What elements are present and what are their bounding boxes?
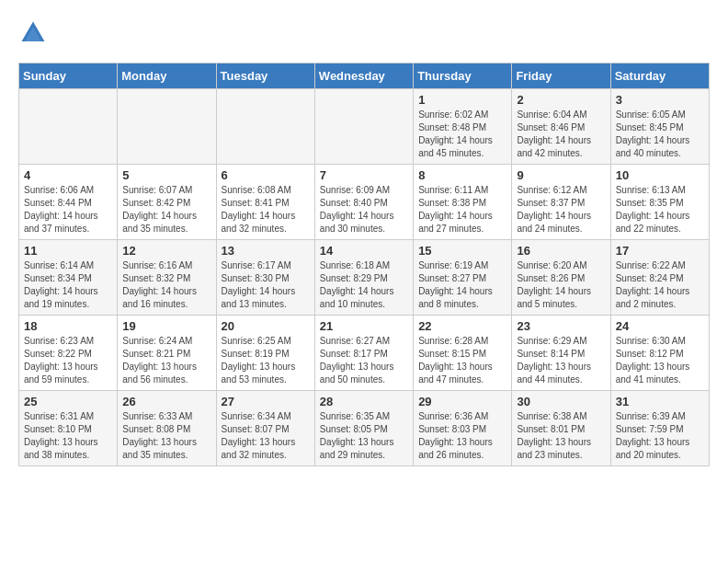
day-info: Sunrise: 6:31 AM Sunset: 8:10 PM Dayligh… [24, 410, 112, 462]
day-number: 16 [517, 244, 605, 258]
day-info: Sunrise: 6:35 AM Sunset: 8:05 PM Dayligh… [320, 410, 408, 462]
week-row-1: 1Sunrise: 6:02 AM Sunset: 8:48 PM Daylig… [19, 89, 710, 165]
day-info: Sunrise: 6:17 AM Sunset: 8:30 PM Dayligh… [222, 259, 310, 311]
day-cell: 25Sunrise: 6:31 AM Sunset: 8:10 PM Dayli… [19, 391, 118, 466]
day-info: Sunrise: 6:11 AM Sunset: 8:38 PM Dayligh… [418, 184, 506, 236]
day-number: 8 [418, 168, 506, 182]
day-info: Sunrise: 6:24 AM Sunset: 8:21 PM Dayligh… [122, 335, 210, 386]
week-row-2: 4Sunrise: 6:06 AM Sunset: 8:44 PM Daylig… [19, 165, 710, 240]
day-number: 23 [517, 319, 605, 333]
day-info: Sunrise: 6:36 AM Sunset: 8:03 PM Dayligh… [418, 410, 506, 462]
day-cell: 5Sunrise: 6:07 AM Sunset: 8:42 PM Daylig… [118, 165, 216, 240]
day-cell: 21Sunrise: 6:27 AM Sunset: 8:17 PM Dayli… [314, 316, 413, 391]
day-cell: 6Sunrise: 6:08 AM Sunset: 8:41 PM Daylig… [216, 165, 314, 240]
day-number: 7 [320, 168, 408, 182]
day-number: 15 [418, 244, 506, 258]
day-info: Sunrise: 6:30 AM Sunset: 8:12 PM Dayligh… [616, 335, 704, 386]
day-number: 25 [24, 395, 112, 408]
day-cell: 31Sunrise: 6:39 AM Sunset: 7:59 PM Dayli… [610, 391, 709, 466]
day-number: 29 [418, 395, 506, 408]
day-number: 13 [222, 244, 310, 258]
week-row-3: 11Sunrise: 6:14 AM Sunset: 8:34 PM Dayli… [19, 240, 710, 316]
day-cell: 4Sunrise: 6:06 AM Sunset: 8:44 PM Daylig… [19, 165, 118, 240]
day-info: Sunrise: 6:34 AM Sunset: 8:07 PM Dayligh… [222, 410, 310, 462]
day-info: Sunrise: 6:14 AM Sunset: 8:34 PM Dayligh… [24, 259, 112, 311]
day-cell: 19Sunrise: 6:24 AM Sunset: 8:21 PM Dayli… [118, 316, 216, 391]
day-cell: 8Sunrise: 6:11 AM Sunset: 8:38 PM Daylig… [414, 165, 512, 240]
day-info: Sunrise: 6:29 AM Sunset: 8:14 PM Dayligh… [517, 335, 605, 386]
day-number: 11 [24, 244, 112, 258]
day-number: 9 [517, 168, 605, 182]
day-cell: 17Sunrise: 6:22 AM Sunset: 8:24 PM Dayli… [610, 240, 709, 316]
day-info: Sunrise: 6:20 AM Sunset: 8:26 PM Dayligh… [517, 259, 605, 311]
header-cell-wednesday: Wednesday [314, 63, 413, 89]
day-number: 6 [222, 168, 310, 182]
day-info: Sunrise: 6:27 AM Sunset: 8:17 PM Dayligh… [320, 335, 408, 386]
day-info: Sunrise: 6:12 AM Sunset: 8:37 PM Dayligh… [517, 184, 605, 236]
day-number: 3 [616, 93, 704, 107]
day-info: Sunrise: 6:19 AM Sunset: 8:27 PM Dayligh… [418, 259, 506, 311]
day-number: 18 [24, 319, 112, 333]
header-cell-sunday: Sunday [19, 63, 118, 89]
day-info: Sunrise: 6:04 AM Sunset: 8:46 PM Dayligh… [517, 109, 605, 160]
week-row-5: 25Sunrise: 6:31 AM Sunset: 8:10 PM Dayli… [19, 391, 710, 466]
day-cell [216, 89, 314, 165]
day-number: 1 [418, 93, 506, 107]
day-number: 26 [122, 395, 210, 408]
day-cell: 28Sunrise: 6:35 AM Sunset: 8:05 PM Dayli… [314, 391, 413, 466]
day-number: 27 [222, 395, 310, 408]
day-info: Sunrise: 6:06 AM Sunset: 8:44 PM Dayligh… [24, 184, 112, 236]
day-info: Sunrise: 6:18 AM Sunset: 8:29 PM Dayligh… [320, 259, 408, 311]
day-cell: 27Sunrise: 6:34 AM Sunset: 8:07 PM Dayli… [216, 391, 314, 466]
day-info: Sunrise: 6:33 AM Sunset: 8:08 PM Dayligh… [122, 410, 210, 462]
logo-icon [18, 18, 48, 48]
day-cell: 23Sunrise: 6:29 AM Sunset: 8:14 PM Dayli… [512, 316, 610, 391]
day-number: 17 [616, 244, 704, 258]
day-info: Sunrise: 6:13 AM Sunset: 8:35 PM Dayligh… [616, 184, 704, 236]
day-cell: 14Sunrise: 6:18 AM Sunset: 8:29 PM Dayli… [314, 240, 413, 316]
day-info: Sunrise: 6:07 AM Sunset: 8:42 PM Dayligh… [122, 184, 210, 236]
day-number: 22 [418, 319, 506, 333]
header-cell-monday: Monday [118, 63, 216, 89]
day-cell: 11Sunrise: 6:14 AM Sunset: 8:34 PM Dayli… [19, 240, 118, 316]
day-info: Sunrise: 6:25 AM Sunset: 8:19 PM Dayligh… [222, 335, 310, 386]
day-cell: 15Sunrise: 6:19 AM Sunset: 8:27 PM Dayli… [414, 240, 512, 316]
day-number: 14 [320, 244, 408, 258]
header-cell-thursday: Thursday [414, 63, 512, 89]
day-cell: 9Sunrise: 6:12 AM Sunset: 8:37 PM Daylig… [512, 165, 610, 240]
day-info: Sunrise: 6:39 AM Sunset: 7:59 PM Dayligh… [616, 410, 704, 462]
day-number: 4 [24, 168, 112, 182]
day-info: Sunrise: 6:02 AM Sunset: 8:48 PM Dayligh… [418, 109, 506, 160]
day-cell: 2Sunrise: 6:04 AM Sunset: 8:46 PM Daylig… [512, 89, 610, 165]
day-info: Sunrise: 6:08 AM Sunset: 8:41 PM Dayligh… [222, 184, 310, 236]
day-cell: 1Sunrise: 6:02 AM Sunset: 8:48 PM Daylig… [414, 89, 512, 165]
header-cell-friday: Friday [512, 63, 610, 89]
day-number: 21 [320, 319, 408, 333]
page-header [18, 18, 710, 48]
day-number: 10 [616, 168, 704, 182]
logo [18, 18, 51, 48]
day-number: 2 [517, 93, 605, 107]
day-cell: 30Sunrise: 6:38 AM Sunset: 8:01 PM Dayli… [512, 391, 610, 466]
day-number: 28 [320, 395, 408, 408]
day-info: Sunrise: 6:09 AM Sunset: 8:40 PM Dayligh… [320, 184, 408, 236]
day-number: 19 [122, 319, 210, 333]
day-cell: 20Sunrise: 6:25 AM Sunset: 8:19 PM Dayli… [216, 316, 314, 391]
day-cell: 10Sunrise: 6:13 AM Sunset: 8:35 PM Dayli… [610, 165, 709, 240]
day-cell: 22Sunrise: 6:28 AM Sunset: 8:15 PM Dayli… [414, 316, 512, 391]
week-row-4: 18Sunrise: 6:23 AM Sunset: 8:22 PM Dayli… [19, 316, 710, 391]
day-cell: 16Sunrise: 6:20 AM Sunset: 8:26 PM Dayli… [512, 240, 610, 316]
day-info: Sunrise: 6:38 AM Sunset: 8:01 PM Dayligh… [517, 410, 605, 462]
header-cell-tuesday: Tuesday [216, 63, 314, 89]
day-info: Sunrise: 6:05 AM Sunset: 8:45 PM Dayligh… [616, 109, 704, 160]
day-cell [118, 89, 216, 165]
day-info: Sunrise: 6:22 AM Sunset: 8:24 PM Dayligh… [616, 259, 704, 311]
day-cell: 29Sunrise: 6:36 AM Sunset: 8:03 PM Dayli… [414, 391, 512, 466]
day-number: 20 [222, 319, 310, 333]
day-number: 30 [517, 395, 605, 408]
day-info: Sunrise: 6:28 AM Sunset: 8:15 PM Dayligh… [418, 335, 506, 386]
day-info: Sunrise: 6:23 AM Sunset: 8:22 PM Dayligh… [24, 335, 112, 386]
day-cell: 13Sunrise: 6:17 AM Sunset: 8:30 PM Dayli… [216, 240, 314, 316]
day-cell: 3Sunrise: 6:05 AM Sunset: 8:45 PM Daylig… [610, 89, 709, 165]
day-cell: 18Sunrise: 6:23 AM Sunset: 8:22 PM Dayli… [19, 316, 118, 391]
